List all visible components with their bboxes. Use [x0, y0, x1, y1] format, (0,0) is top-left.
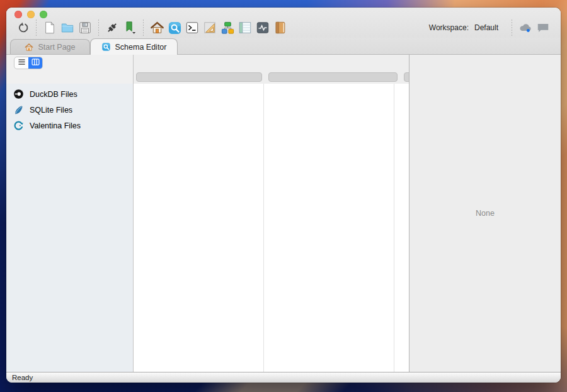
new-file-icon	[43, 21, 57, 35]
feedback-button[interactable]	[534, 20, 552, 36]
list-view-button[interactable]	[14, 57, 28, 69]
sidebar-toolbar	[6, 55, 133, 84]
sidebar-item-duckdb-files[interactable]: DuckDB Files	[6, 86, 133, 102]
speech-bubble-icon	[536, 21, 550, 35]
workspace-selector[interactable]: Default	[474, 23, 498, 32]
valentina-icon	[13, 120, 24, 131]
tab-label: Start Page	[38, 43, 75, 52]
status-bar: Ready	[6, 372, 561, 383]
column-header	[136, 72, 262, 82]
documentation-button[interactable]	[272, 20, 289, 36]
column-browser	[134, 55, 409, 372]
report-table-icon	[238, 21, 252, 35]
home-button[interactable]	[148, 20, 166, 36]
sources-sidebar: DuckDB Files SQLite Files Valentina File…	[6, 55, 134, 372]
diagram-button[interactable]	[219, 20, 236, 36]
toolbar-separator	[36, 20, 37, 36]
connect-button[interactable]	[103, 20, 121, 36]
sqlite-icon	[13, 105, 24, 115]
terminal-icon	[185, 21, 199, 35]
toolbar-separator	[512, 20, 512, 36]
sidebar-item-label: SQLite Files	[30, 106, 72, 115]
inspector-panel: None	[409, 55, 561, 372]
cloud-button[interactable]	[517, 20, 534, 36]
schema-editor-icon	[168, 21, 182, 35]
new-file-button[interactable]	[41, 20, 59, 36]
schema-editor-button[interactable]	[166, 20, 183, 36]
toolbar: Workspace: Default	[6, 18, 561, 38]
save-icon	[78, 21, 92, 35]
app-window: Workspace: Default Start Page Schema Edi…	[6, 8, 561, 383]
list-view-icon	[17, 57, 26, 69]
diagram-icon	[220, 21, 235, 35]
bookmark-icon	[123, 21, 137, 35]
column-header	[268, 72, 398, 82]
sidebar-item-valentina-files[interactable]: Valentina Files	[6, 118, 133, 133]
workspace-label: Workspace:	[429, 23, 469, 32]
column-header	[404, 72, 409, 82]
toolbar-separator	[98, 20, 99, 36]
sidebar-item-label: DuckDB Files	[30, 90, 77, 99]
status-text: Ready	[12, 374, 33, 381]
forms-ruler-icon	[203, 21, 217, 35]
bookmarks-button[interactable]	[121, 20, 139, 36]
home-icon	[25, 43, 33, 52]
pulse-monitor-icon	[256, 21, 270, 35]
sidebar-item-sqlite-files[interactable]: SQLite Files	[6, 102, 133, 118]
undo-icon	[16, 21, 30, 35]
browser-column-2[interactable]	[264, 84, 394, 372]
sql-monitor-button[interactable]	[254, 20, 272, 36]
save-button[interactable]	[76, 20, 94, 36]
tab-start-page[interactable]: Start Page	[10, 39, 90, 54]
main-area: DuckDB Files SQLite Files Valentina File…	[6, 55, 561, 372]
window-chrome: Workspace: Default	[6, 8, 561, 38]
column-browser-body	[134, 84, 409, 372]
connect-icon	[105, 21, 119, 35]
sql-terminal-button[interactable]	[183, 20, 201, 36]
document-tabbar: Start Page Schema Editor	[6, 38, 561, 55]
view-mode-switch	[14, 57, 43, 69]
forms-button[interactable]	[201, 20, 219, 36]
column-header-row	[134, 55, 409, 84]
tab-schema-editor[interactable]: Schema Editor	[90, 38, 178, 55]
sidebar-item-label: Valentina Files	[30, 121, 81, 130]
schema-editor-icon	[101, 42, 111, 52]
column-view-icon	[31, 57, 40, 69]
cloud-icon	[518, 21, 533, 35]
browser-column-1[interactable]	[134, 84, 264, 372]
open-folder-button[interactable]	[59, 20, 76, 36]
tab-label: Schema Editor	[115, 43, 167, 52]
column-view-button[interactable]	[28, 57, 42, 69]
file-source-list: DuckDB Files SQLite Files Valentina File…	[6, 84, 133, 372]
duckdb-icon	[13, 89, 24, 99]
undo-button[interactable]	[14, 20, 32, 36]
toolbar-separator	[143, 20, 144, 36]
browser-column-3[interactable]	[394, 84, 409, 372]
inspector-empty-text: None	[476, 209, 495, 218]
report-button[interactable]	[236, 20, 254, 36]
book-icon	[273, 21, 287, 35]
home-icon	[150, 21, 164, 35]
open-folder-icon	[60, 21, 74, 35]
